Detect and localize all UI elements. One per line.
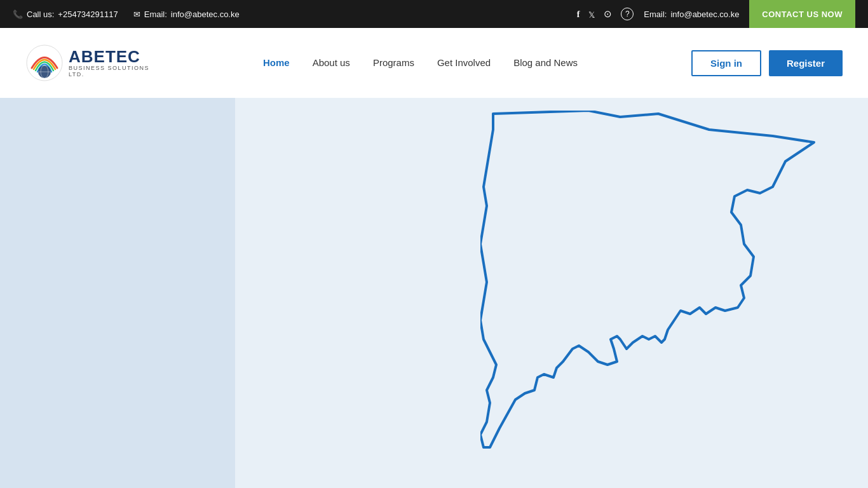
- logo-text: ABETEC BUSINESS SOLUTIONS LTD.: [69, 48, 149, 78]
- email-right-label: Email:: [644, 10, 667, 19]
- nav-get-involved[interactable]: Get Involved: [437, 57, 491, 69]
- hero-section: [0, 98, 868, 488]
- phone-contact: Call us: +254734291117: [13, 10, 118, 19]
- sign-in-button[interactable]: Sign in: [691, 50, 761, 76]
- nav-home[interactable]: Home: [263, 57, 290, 69]
- nav-links: Home About us Programs Get Involved Blog…: [263, 57, 578, 69]
- hero-left-image: [0, 98, 235, 488]
- nav-blog-link[interactable]: Blog and News: [513, 57, 578, 68]
- mail-icon: [133, 10, 140, 19]
- nav-home-link[interactable]: Home: [263, 57, 290, 68]
- navbar: ABETEC BUSINESS SOLUTIONS LTD. Home Abou…: [0, 28, 868, 98]
- logo-icon: [25, 44, 64, 82]
- top-bar-left: Call us: +254734291117 Email: info@abete…: [13, 10, 240, 19]
- logo-abetec: ABETEC: [69, 48, 149, 66]
- twitter-icon[interactable]: [588, 9, 595, 20]
- top-bar: Call us: +254734291117 Email: info@abete…: [0, 0, 868, 28]
- kenya-map: [480, 111, 817, 485]
- phone-number: +254734291117: [58, 10, 118, 19]
- social-links: ?: [577, 8, 634, 20]
- email-label: Email:: [144, 10, 167, 19]
- nav-about[interactable]: About us: [313, 57, 350, 69]
- email-right-address: info@abetec.co.ke: [670, 10, 739, 19]
- nav-programs-link[interactable]: Programs: [373, 57, 414, 68]
- top-bar-right: ? Email: info@abetec.co.ke CONTACT US NO…: [577, 0, 855, 28]
- register-button[interactable]: Register: [769, 50, 843, 76]
- help-icon[interactable]: ?: [621, 8, 634, 20]
- nav-blog[interactable]: Blog and News: [513, 57, 578, 69]
- nav-buttons: Sign in Register: [691, 50, 843, 76]
- phone-icon: [13, 10, 23, 19]
- email-right-contact: Email: info@abetec.co.ke: [644, 10, 739, 19]
- nav-about-link[interactable]: About us: [313, 57, 350, 68]
- logo[interactable]: ABETEC BUSINESS SOLUTIONS LTD.: [25, 44, 149, 82]
- nav-programs[interactable]: Programs: [373, 57, 414, 69]
- facebook-icon[interactable]: [577, 8, 580, 20]
- instagram-icon[interactable]: [604, 8, 612, 20]
- nav-get-involved-link[interactable]: Get Involved: [437, 57, 491, 68]
- contact-us-button[interactable]: CONTACT US NOW: [749, 0, 855, 28]
- email-address: info@abetec.co.ke: [171, 10, 240, 19]
- email-contact: Email: info@abetec.co.ke: [133, 10, 240, 19]
- phone-label: Call us:: [27, 10, 54, 19]
- logo-subtitle2: LTD.: [69, 72, 149, 78]
